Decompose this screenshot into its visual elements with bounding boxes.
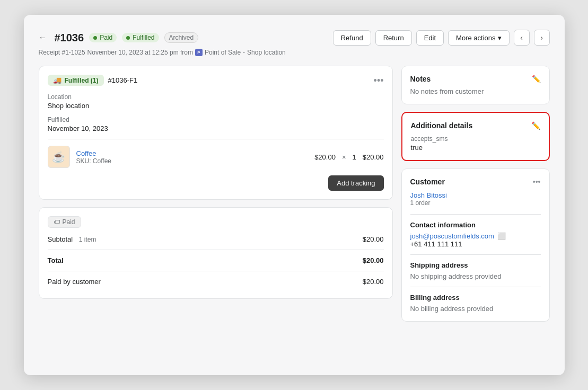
main-window: ← #1036 Paid Fulfilled Archived Refund R… (24, 15, 565, 375)
paid-status-badge: 🏷 Paid (48, 216, 81, 228)
copy-email-icon[interactable]: ⬜ (497, 232, 506, 240)
product-price-row: $20.00 × 1 $20.00 (314, 153, 383, 161)
fulfilled-menu-button[interactable]: ••• (374, 76, 384, 85)
fulfilled-date-value: November 10, 2023 (48, 125, 384, 132)
header-actions: Refund Return Edit More actions ▾ ‹ › (333, 30, 550, 46)
more-actions-button[interactable]: More actions ▾ (448, 30, 509, 46)
fulfilled-label: Fulfilled (133, 34, 154, 41)
subtotal-items: 1 item (79, 236, 96, 243)
contact-email-link[interactable]: josh@poscustomfields.com (410, 232, 494, 240)
customer-title: Customer (410, 178, 445, 186)
price-multiplier: × (342, 153, 346, 161)
archived-badge: Archived (164, 32, 199, 43)
fulfilled-badge-label: Fulfilled (1) (65, 77, 99, 84)
additional-details-edit-icon[interactable]: ✏️ (531, 121, 540, 130)
left-column: 🚚 Fulfilled (1) #1036-F1 ••• Location Sh… (39, 66, 393, 322)
fulfilled-status-badge: 🚚 Fulfilled (1) (48, 75, 104, 86)
additional-details-title: Additional details (411, 121, 473, 130)
right-column: Notes ✏️ No notes from customer Addition… (401, 66, 550, 322)
fulfillment-id: #1036-F1 (108, 76, 138, 84)
fulfilled-date-row: Fulfilled November 10, 2023 (48, 116, 384, 132)
line-total: $20.00 (363, 153, 384, 161)
chevron-down-icon: ▾ (498, 34, 502, 42)
refund-button[interactable]: Refund (333, 30, 371, 46)
product-image: ☕ (48, 146, 70, 168)
next-order-button[interactable]: › (534, 30, 550, 46)
paid-by-label: Paid by customer (48, 278, 101, 286)
shipping-section-label: Shipping address (410, 261, 541, 269)
customer-orders: 1 order (410, 199, 541, 207)
receipt-number: Receipt #1-1025 (39, 49, 85, 56)
paid-badge-label: Paid (63, 218, 75, 226)
fulfilled-card: 🚚 Fulfilled (1) #1036-F1 ••• Location Sh… (39, 66, 393, 200)
pos-label: Point of Sale (205, 49, 241, 56)
location-row: Location Shop location (48, 93, 384, 110)
page-header: ← #1036 Paid Fulfilled Archived Refund R… (39, 30, 550, 46)
contact-phone: +61 411 111 111 (410, 240, 541, 248)
add-tracking-button[interactable]: Add tracking (328, 175, 383, 191)
divider-3 (48, 271, 384, 271)
paid-dot (93, 36, 97, 40)
billing-address-text: No billing address provided (410, 305, 541, 313)
divider-4 (410, 214, 541, 215)
edit-button[interactable]: Edit (416, 30, 444, 46)
tracking-row: Add tracking (48, 175, 384, 191)
paid-by-row: Paid by customer $20.00 (48, 278, 384, 286)
return-button[interactable]: Return (375, 30, 412, 46)
divider-6 (410, 287, 541, 287)
total-row: Total $20.00 (48, 256, 384, 264)
header-left: ← #1036 Paid Fulfilled Archived (39, 32, 199, 44)
fulfilled-card-header-left: 🚚 Fulfilled (1) #1036-F1 (48, 75, 138, 86)
divider-1 (48, 139, 384, 139)
shipping-address-text: No shipping address provided (410, 272, 541, 280)
main-layout: 🚚 Fulfilled (1) #1036-F1 ••• Location Sh… (39, 66, 550, 322)
receipt-date: November 10, 2023 at 12:25 pm from (87, 49, 193, 56)
shop-location: Shop location (247, 49, 286, 56)
notes-title: Notes (410, 75, 431, 83)
product-info: Coffee SKU: Coffee (76, 149, 309, 165)
customer-card: Customer ••• Josh Bitossi 1 order Contac… (401, 169, 550, 322)
subtotal-label-group: Subtotal 1 item (48, 235, 96, 243)
product-sku: SKU: Coffee (76, 157, 309, 165)
back-button[interactable]: ← (39, 33, 47, 42)
additional-details-header: Additional details ✏️ (411, 121, 540, 130)
additional-details-value: true (411, 144, 540, 152)
notes-card: Notes ✏️ No notes from customer (401, 66, 550, 104)
contact-email-row: josh@poscustomfields.com ⬜ (410, 232, 541, 240)
subtotal-value: $20.00 (363, 235, 384, 243)
billing-section-label: Billing address (410, 294, 541, 302)
customer-menu-button[interactable]: ••• (533, 178, 541, 185)
product-name-link[interactable]: Coffee (76, 149, 309, 157)
subtotal-label: Subtotal (48, 235, 73, 243)
additional-details-key: accepts_sms (411, 135, 540, 143)
fulfilled-card-header: 🚚 Fulfilled (1) #1036-F1 ••• (48, 75, 384, 86)
customer-name-link[interactable]: Josh Bitossi (410, 191, 541, 199)
more-actions-label: More actions (456, 34, 495, 42)
divider-2 (48, 250, 384, 250)
location-label: Location (48, 93, 384, 101)
dash-separator: - (243, 49, 245, 56)
paid-by-value: $20.00 (363, 278, 384, 286)
notes-edit-icon[interactable]: ✏️ (532, 75, 541, 83)
paid-icon: 🏷 (54, 218, 60, 226)
fulfilled-badge: Fulfilled (122, 33, 159, 42)
notes-text: No notes from customer (410, 87, 484, 95)
product-row: ☕ Coffee SKU: Coffee $20.00 × 1 $20.00 (48, 146, 384, 168)
archived-label: Archived (169, 34, 194, 41)
pos-icon: P (195, 49, 203, 56)
subtotal-row: Subtotal 1 item $20.00 (48, 235, 384, 243)
total-label: Total (48, 256, 64, 264)
customer-header: Customer ••• (410, 178, 541, 186)
paid-card: 🏷 Paid Subtotal 1 item $20.00 Total $20.… (39, 207, 393, 299)
fulfilled-label: Fulfilled (48, 116, 384, 123)
prev-order-button[interactable]: ‹ (514, 30, 530, 46)
location-value: Shop location (48, 102, 384, 110)
contact-section-label: Contact information (410, 221, 541, 229)
total-value: $20.00 (363, 256, 384, 264)
paid-label: Paid (100, 34, 112, 41)
coffee-emoji: ☕ (52, 150, 65, 163)
additional-details-card: Additional details ✏️ accepts_sms true (401, 112, 550, 161)
paid-badge: Paid (89, 33, 117, 42)
sub-header: Receipt #1-1025 November 10, 2023 at 12:… (39, 49, 550, 56)
fulfilled-dot (126, 36, 130, 40)
